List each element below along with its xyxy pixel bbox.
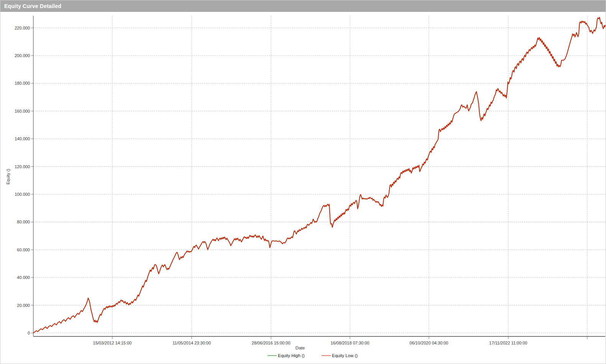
plot-area[interactable] (33, 16, 605, 336)
y-tick-label: 140.000 (15, 136, 30, 141)
y-tick-label: 180.000 (15, 81, 30, 85)
x-tick-label: 15/03/2012 14:15:00 (93, 341, 132, 345)
legend: Equity High () Equity Low () (268, 353, 358, 358)
legend-label-equity-low: Equity Low () (332, 353, 358, 358)
x-tick-label: 06/10/2020 04:30:00 (410, 341, 448, 345)
y-tick-label: 200.000 (15, 53, 30, 58)
x-tick-label: 16/08/2018 07:30:00 (331, 341, 370, 345)
y-tick-label: 160.000 (15, 109, 30, 113)
equity-curve-window: Equity Curve Detailed 020.00040.00060.00… (0, 0, 606, 364)
y-tick-label: 220.000 (15, 26, 30, 30)
y-axis-title: Equity () (6, 169, 10, 185)
y-tick-label: 0 (28, 331, 30, 335)
equity-curve-chart: 020.00040.00060.00080.000100.000120.0001… (0, 0, 606, 364)
legend-label-equity-high: Equity High () (278, 353, 305, 358)
y-tick-label: 60.000 (17, 248, 30, 252)
y-tick-label: 120.000 (15, 164, 30, 169)
y-tick-label: 20.000 (17, 303, 30, 308)
x-tick-label: 11/05/2014 23:30:00 (172, 341, 211, 345)
y-tick-label: 40.000 (17, 275, 30, 280)
y-tick-label: 100.000 (15, 192, 30, 197)
x-tick-label: 17/11/2022 11:00:00 (489, 341, 527, 345)
x-axis-title: Date (296, 346, 305, 350)
y-tick-label: 80.000 (17, 220, 30, 224)
x-tick-label: 28/06/2016 15:00:00 (252, 341, 291, 345)
